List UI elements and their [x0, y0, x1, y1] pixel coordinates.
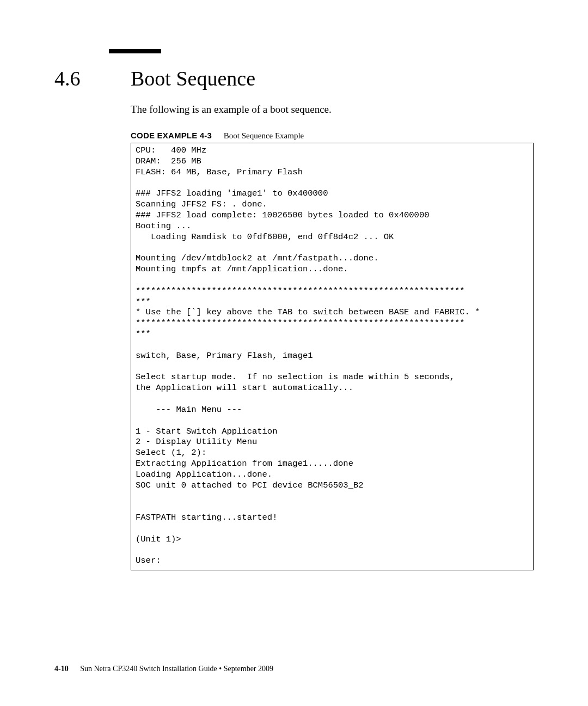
section-title: Boot Sequence [131, 66, 255, 90]
footer-page-number: 4-10 [54, 665, 69, 673]
page-footer: 4-10 Sun Netra CP3240 Switch Installatio… [54, 665, 273, 673]
code-example-caption: CODE EXAMPLE 4-3 Boot Sequence Example [131, 131, 534, 141]
code-example-label: CODE EXAMPLE 4-3 [131, 131, 212, 140]
section-heading: 4.6 Boot Sequence [54, 66, 534, 90]
code-example-title: Boot Sequence Example [224, 131, 304, 140]
section-intro: The following is an example of a boot se… [131, 104, 534, 115]
section-number: 4.6 [54, 66, 131, 90]
code-example-content: CPU: 400 MHz DRAM: 256 MB FLASH: 64 MB, … [131, 143, 534, 570]
document-page: 4.6 Boot Sequence The following is an ex… [0, 0, 588, 706]
section-rule [109, 49, 161, 53]
footer-text: Sun Netra CP3240 Switch Installation Gui… [80, 665, 273, 673]
